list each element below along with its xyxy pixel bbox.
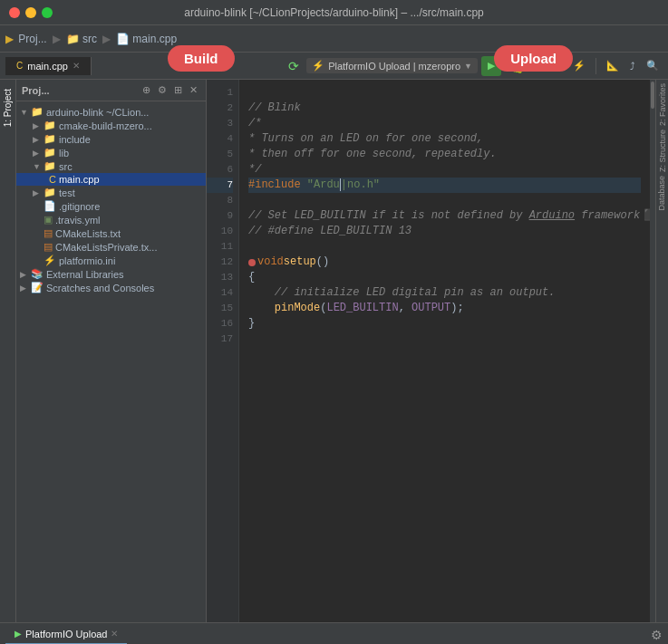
file-tree-content: ▼ 📁 arduino-blink ~/CLion... ▶ 📁 cmake-b… — [16, 101, 206, 622]
yml-file-icon: ▣ — [44, 214, 53, 226]
window-title: arduino-blink [~/CLionProjects/arduino-b… — [184, 6, 484, 19]
code-line-5: * then off for one second, repeatedly. — [248, 147, 641, 162]
run-config-selector[interactable]: ⚡ PlatformIO Upload | mzeropro ▼ — [306, 58, 478, 73]
code-line-1 — [248, 85, 641, 101]
favorites-label[interactable]: 2: Favorites — [658, 83, 667, 126]
tree-item-src[interactable]: ▼ 📁 src — [16, 159, 206, 173]
line-numbers: 1 2 3 4 5 6 7 8 9 10 11 12 13 14 15 16 1… — [207, 80, 239, 622]
search-toolbar-btn[interactable]: 🔍 — [643, 58, 663, 73]
code-editor: 1 2 3 4 5 6 7 8 9 10 11 12 13 14 15 16 1… — [207, 80, 655, 622]
cpp-file-icon: C — [16, 61, 23, 71]
folder-icon: 📁 — [44, 120, 56, 131]
cmake-icon: ▤ — [44, 227, 53, 239]
git-btn[interactable]: ⤴ — [626, 59, 639, 73]
code-line-7: #include "Ardu|no.h" — [248, 178, 641, 193]
debug-button[interactable]: 🐛 — [505, 56, 525, 76]
right-panels: 2: Favorites Z: Structure Database — [655, 80, 668, 622]
scroll-from-source-btn[interactable]: ⊞ — [171, 83, 185, 97]
file-tree-actions: ⊕ ⚙ ⊞ ✕ — [140, 83, 200, 97]
cmake-private-icon: ▤ — [44, 241, 53, 253]
run-tab-label: PlatformIO Upload — [25, 629, 107, 639]
breadcrumb-src[interactable]: 📁 src — [66, 33, 97, 45]
run-tab-icon: ▶ — [15, 629, 22, 639]
title-bar: arduino-blink [~/CLionProjects/arduino-b… — [0, 0, 668, 25]
tree-item-ext-libs[interactable]: ▶ 📚 External Libraries — [16, 267, 206, 281]
code-line-10: // #define LED_BUILTIN 13 — [248, 224, 641, 239]
folder-icon: 📁 — [44, 187, 56, 198]
scratches-icon: 📝 — [31, 282, 44, 293]
database-label[interactable]: Database — [656, 172, 667, 215]
structure-panel: Z: Structure — [655, 126, 668, 172]
settings-btn[interactable]: ⚙ — [155, 83, 169, 97]
profile-button[interactable]: ⏱ — [548, 59, 566, 73]
editor-tabs-bar: C main.cpp ✕ — [5, 57, 92, 75]
ext-libs-icon: 📚 — [31, 268, 44, 280]
platformio-build-btn[interactable]: ⟳ — [285, 57, 303, 75]
tree-item-cmakelists-private[interactable]: ▤ CMakeListsPrivate.tx... — [16, 240, 206, 254]
tree-item-test[interactable]: ▶ 📁 test — [16, 186, 206, 199]
minimize-button[interactable] — [25, 7, 36, 18]
tree-item-main-cpp[interactable]: C main.cpp — [16, 173, 206, 186]
tree-item-include[interactable]: ▶ 📁 include — [16, 132, 206, 146]
folder-icon: 📁 — [44, 160, 56, 172]
tree-item-scratches[interactable]: ▶ 📝 Scratches and Consoles — [16, 281, 206, 294]
tree-item-cmakelists[interactable]: ▤ CMakeLists.txt — [16, 226, 206, 240]
cmake-toolbar-btn[interactable]: 📐 — [603, 58, 623, 73]
file-tree-title: Proj... — [22, 85, 50, 96]
code-line-15: pinMode(LED_BUILTIN, OUTPUT); — [248, 301, 641, 316]
ini-icon: ⚡ — [44, 255, 56, 266]
breadcrumb-project[interactable]: ▶ Proj... — [5, 33, 47, 45]
file-tree-panel: Proj... ⊕ ⚙ ⊞ ✕ ▼ 📁 arduino-blink ~/CLio… — [16, 80, 207, 622]
tree-item-travis[interactable]: ▣ .travis.yml — [16, 213, 206, 226]
folder-icon: 📁 — [44, 133, 56, 145]
code-line-12: void setup() — [248, 255, 641, 270]
file-icon: 📄 — [44, 200, 56, 212]
structure-label[interactable]: Z: Structure — [658, 130, 667, 172]
file-tree-header: Proj... ⊕ ⚙ ⊞ ✕ — [16, 80, 206, 101]
bottom-tabs: ▶ PlatformIO Upload ✕ ⚙ — [0, 623, 668, 644]
code-line-16: } — [248, 316, 641, 332]
code-line-8 — [248, 193, 641, 208]
code-area: 1 2 3 4 5 6 7 8 9 10 11 12 13 14 15 16 1… — [207, 80, 655, 622]
tree-item-root[interactable]: ▼ 📁 arduino-blink ~/CLion... — [16, 105, 206, 119]
sync-button[interactable]: ⚡ — [569, 58, 589, 73]
close-button[interactable] — [9, 7, 20, 18]
code-line-17 — [248, 332, 641, 347]
favorites-panel: 2: Favorites — [655, 80, 668, 126]
bottom-panel: ▶ PlatformIO Upload ✕ ⚙ ▶ ▲ ▼ R ■ 📌 🗑 Pr… — [0, 622, 668, 644]
tree-item-platformio-ini[interactable]: ⚡ platformio.ini — [16, 254, 206, 267]
cpp-file-icon: C — [49, 174, 56, 185]
coverage-button[interactable]: ◉ — [528, 58, 545, 73]
chevron-down-icon: ▼ — [464, 62, 472, 71]
breadcrumb-file[interactable]: 📄 main.cpp — [116, 33, 177, 45]
code-line-3: /* — [248, 116, 641, 131]
bottom-settings-btn[interactable]: ⚙ — [651, 628, 663, 642]
run-button[interactable]: ▶ — [481, 56, 501, 76]
tree-item-cmake-build[interactable]: ▶ 📁 cmake-build-mzero... — [16, 119, 206, 132]
code-line-9: // Set LED_BUILTIN if it is not defined … — [248, 208, 641, 224]
main-toolbar: ▶ Proj... ▶ 📁 src ▶ 📄 main.cpp — [0, 25, 668, 53]
close-panel-btn[interactable]: ✕ — [187, 83, 200, 97]
run-tab[interactable]: ▶ PlatformIO Upload ✕ — [5, 625, 127, 645]
run-tab-close[interactable]: ✕ — [111, 629, 118, 639]
code-line-4: * Turns on an LED on for one second, — [248, 131, 641, 147]
sidebar-item-project[interactable]: 1: Project — [1, 83, 15, 132]
code-line-13: { — [248, 270, 641, 285]
tree-item-lib[interactable]: ▶ 📁 lib — [16, 146, 206, 159]
editor-scrollbar[interactable] — [650, 80, 655, 622]
code-line-14: // initialize LED digital pin as an outp… — [248, 285, 641, 301]
code-line-11 — [248, 239, 641, 255]
folder-icon: 📁 — [31, 106, 44, 118]
editor-tab-main-cpp[interactable]: C main.cpp ✕ — [5, 57, 92, 75]
left-side-tabs: 1: Project — [0, 80, 16, 622]
code-line-6: */ — [248, 162, 641, 178]
main-layout: 1: Project Proj... ⊕ ⚙ ⊞ ✕ ▼ 📁 arduino-b… — [0, 80, 668, 622]
folder-icon: 📁 — [44, 147, 56, 159]
collapse-all-btn[interactable]: ⊕ — [140, 83, 153, 97]
maximize-button[interactable] — [42, 7, 53, 18]
window-controls — [9, 7, 53, 18]
tab-close-icon[interactable]: ✕ — [73, 61, 80, 71]
toolbar-divider — [595, 58, 596, 74]
tree-item-gitignore[interactable]: 📄 .gitignore — [16, 199, 206, 213]
code-content[interactable]: // Blink /* * Turns on an LED on for one… — [239, 80, 650, 622]
